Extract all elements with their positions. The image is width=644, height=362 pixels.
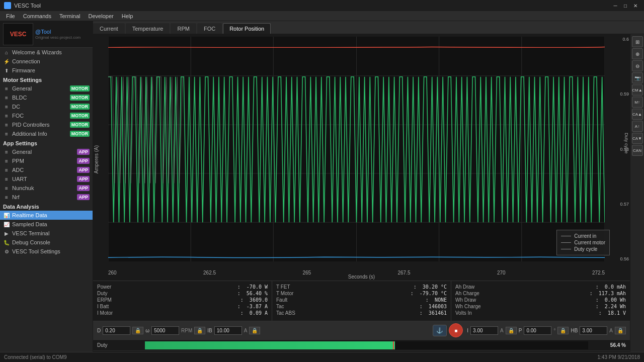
badge-additional: MOTOR <box>70 131 90 137</box>
sidebar-label-additional: Additional Info <box>12 131 47 137</box>
sidebar-item-additional-info[interactable]: ≡ Additional Info MOTOR <box>0 129 93 138</box>
omega-label: ω <box>145 328 149 333</box>
sidebar-item-realtime-data[interactable]: 📊 Realtime Data <box>0 211 93 220</box>
badge-foc: MOTOR <box>70 113 90 119</box>
nrf-icon: ≡ <box>3 194 10 201</box>
p-lock-btn[interactable]: 🔒 <box>557 327 569 334</box>
right-label-056: 0.56 <box>620 256 629 261</box>
sidebar-item-motor-general[interactable]: ≡ General MOTOR <box>0 84 93 93</box>
home-icon: ⌂ <box>3 49 10 56</box>
sidebar-item-sampled-data[interactable]: 📈 Sampled Data <box>0 220 93 229</box>
toolbar-btn-screenshot[interactable]: 📷 <box>632 72 643 83</box>
ib-input[interactable] <box>214 326 242 335</box>
menu-terminal[interactable]: Terminal <box>55 12 85 20</box>
omega-input[interactable] <box>151 326 179 335</box>
menu-file[interactable]: File <box>2 12 19 20</box>
firmware-icon: ⬆ <box>3 67 10 74</box>
toolbar-btn-ca-up[interactable]: CA▲ <box>632 109 643 120</box>
sidebar-item-welcome-wizards[interactable]: ⌂ Welcome & Wizards <box>0 48 93 57</box>
datetime: 1:43 PM 9/21/2018 <box>597 354 640 360</box>
minimize-button[interactable]: ─ <box>611 2 620 9</box>
sidebar-label-terminal: VESC Terminal <box>12 230 49 236</box>
stat-ah-draw: Ah Draw : 0.0 mAh <box>455 284 626 290</box>
i-lock-btn[interactable]: 🔒 <box>506 327 517 334</box>
gauge-duty-marker <box>393 341 394 349</box>
p-input[interactable] <box>524 326 551 335</box>
sidebar-label-sampled: Sampled Data <box>12 221 47 227</box>
maximize-button[interactable]: □ <box>621 2 630 9</box>
stat-wh-charge: Wh Charge : 2.24 Wh <box>455 304 626 309</box>
pid-icon: ≡ <box>3 121 10 128</box>
sidebar-item-nrf[interactable]: ≡ Nrf APP <box>0 193 93 202</box>
tab-foc[interactable]: FOC <box>197 23 222 34</box>
sidebar-item-ppm[interactable]: ≡ PPM APP <box>0 156 93 165</box>
badge-app-general: APP <box>77 149 90 155</box>
sidebar-label-uart: UART <box>12 176 27 182</box>
sidebar-item-tool-settings[interactable]: ⚙ VESC Tool Settings <box>0 247 93 256</box>
i-input[interactable] <box>470 326 498 335</box>
grid-icon: ≡ <box>3 85 10 92</box>
menu-commands[interactable]: Commands <box>19 12 55 20</box>
tab-current[interactable]: Current <box>93 23 125 34</box>
hb-input[interactable] <box>580 326 607 335</box>
connection-status: Connected (serial) to COM9 <box>4 354 67 360</box>
d-lock-btn[interactable]: 🔒 <box>132 327 143 334</box>
realtime-icon: 📊 <box>3 212 10 219</box>
gauge-duty-value: 56.4 % <box>590 342 630 348</box>
toolbar-btn-zoom-fit[interactable]: ⊞ <box>632 36 643 47</box>
sidebar-item-nunchuk[interactable]: ≡ Nunchuk APP <box>0 184 93 193</box>
sidebar-item-debug-console[interactable]: 🐛 Debug Console <box>0 238 93 247</box>
stat-fault: Fault : NONE <box>276 297 447 303</box>
sidebar-item-uart[interactable]: ≡ UART APP <box>0 174 93 184</box>
toolbar-btn-zoom-in[interactable]: ⊕ <box>632 48 643 59</box>
nunchuk-icon: ≡ <box>3 185 10 192</box>
badge-motor-general: MOTOR <box>70 85 90 92</box>
sidebar-item-connection[interactable]: ⚡ Connection <box>0 57 93 66</box>
omega-lock-btn[interactable]: 🔒 <box>194 327 205 334</box>
sidebar-item-foc[interactable]: ≡ FOC MOTOR <box>0 111 93 120</box>
sidebar-label-app-general: General <box>12 149 32 155</box>
badge-adc: APP <box>77 167 90 173</box>
toolbar-btn-ca-down[interactable]: CA▼ <box>632 133 643 144</box>
right-label-06: 0.6 <box>622 37 629 42</box>
sidebar-item-app-general[interactable]: ≡ General APP <box>0 147 93 156</box>
tab-temperature[interactable]: Temperature <box>126 23 170 34</box>
sidebar-item-adc[interactable]: ≡ ADC APP <box>0 165 93 174</box>
legend-duty-cycle: Duty cycle <box>561 246 605 252</box>
hb-lock-btn[interactable]: 🔒 <box>615 327 626 334</box>
sidebar-label-settings: VESC Tool Settings <box>12 248 60 254</box>
anchor-button[interactable]: ⚓ <box>433 325 447 336</box>
tabs-bar: Current Temperature RPM FOC Rotor Positi… <box>93 21 644 34</box>
sidebar: VESC @Tool Original vesc-project.com ⌂ W… <box>0 21 93 362</box>
status-bar: Connected (serial) to COM9 1:43 PM 9/21/… <box>0 352 644 362</box>
control-group-d: D 🔒 ω RPM 🔒 IB A 🔒 <box>97 326 260 335</box>
toolbar-btn-zoom-out[interactable]: ⊖ <box>632 60 643 71</box>
menu-developer[interactable]: Developer <box>85 12 118 20</box>
toolbar-btn-m-up[interactable]: M↑ <box>632 97 643 108</box>
sidebar-item-bldc[interactable]: ≡ BLDC MOTOR <box>0 93 93 102</box>
stat-t-fet: T FET : 30.20 °C <box>276 284 447 290</box>
close-button[interactable]: ✕ <box>631 2 640 9</box>
stop-button[interactable]: ■ <box>449 323 463 337</box>
sidebar-item-firmware[interactable]: ⬆ Firmware <box>0 66 93 75</box>
toolbar-btn-a-up[interactable]: A↑ <box>632 121 643 132</box>
debug-icon: 🐛 <box>3 239 10 246</box>
i-unit: A <box>500 328 504 333</box>
sidebar-item-pid-controllers[interactable]: ≡ PID Controllers MOTOR <box>0 120 93 129</box>
stat-volts-in: Volts In : 18.1 V <box>455 310 626 316</box>
menu-help[interactable]: Help <box>118 12 137 20</box>
d-input[interactable] <box>103 326 130 335</box>
toolbar-btn-cm-up[interactable]: CM▲ <box>632 84 643 96</box>
sidebar-item-vesc-terminal[interactable]: ▶ VESC Terminal <box>0 229 93 238</box>
toolbar-btn-can[interactable]: CAN <box>632 145 643 156</box>
tab-rpm[interactable]: RPM <box>171 23 196 34</box>
badge-pid: MOTOR <box>70 122 90 128</box>
hb-label: HB <box>571 328 578 333</box>
bottom-controls: D 🔒 ω RPM 🔒 IB A 🔒 ⚓ <box>93 321 630 339</box>
sidebar-item-dc[interactable]: ≡ DC MOTOR <box>0 102 93 111</box>
badge-nrf: APP <box>77 194 90 200</box>
chart-svg: 0 -1 -2 -3 <box>108 37 605 261</box>
sidebar-logo: VESC @Tool Original vesc-project.com <box>0 21 93 48</box>
tab-rotor-position[interactable]: Rotor Position <box>223 23 271 34</box>
ib-lock-btn[interactable]: 🔒 <box>249 327 260 334</box>
